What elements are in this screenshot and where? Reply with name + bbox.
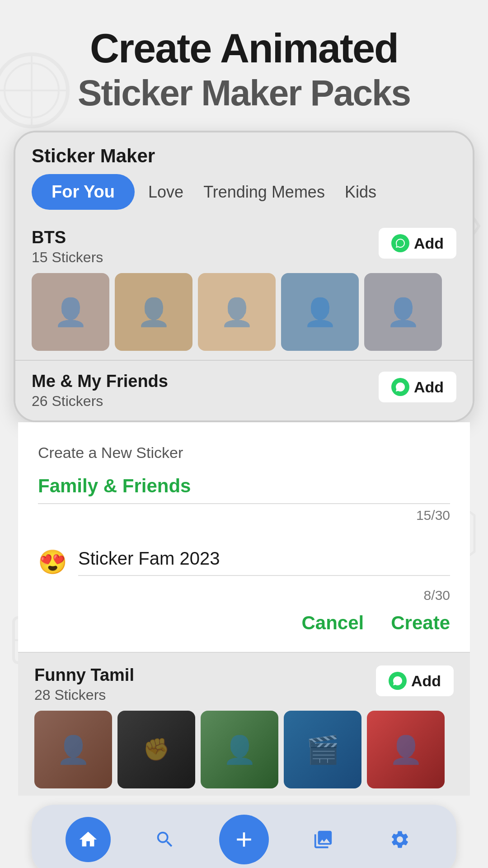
page-title: Create Animated Sticker Maker Packs	[18, 27, 470, 113]
sticker-fam-emoji: 😍	[38, 548, 67, 576]
whatsapp-icon-friends	[391, 378, 409, 396]
pack-count-bts: 15 Stickers	[32, 249, 103, 266]
tamil-thumb-4[interactable]: 🎬	[284, 711, 361, 788]
bts-previews: 👤 👤 👤 👤 👤	[32, 273, 456, 351]
nav-add[interactable]	[219, 815, 269, 864]
pack-name-input[interactable]: Family & Friends	[38, 475, 450, 504]
create-sticker-dialog: Create a New Sticker Family & Friends 15…	[18, 422, 470, 652]
bts-thumb-4[interactable]: 👤	[281, 273, 359, 351]
sticker-fam-name[interactable]: Sticker Fam 2023	[78, 548, 450, 576]
header-subtitle: Sticker Maker Packs	[78, 73, 410, 113]
tamil-thumb-3[interactable]: 👤	[201, 711, 278, 788]
bts-thumb-1[interactable]: 👤	[32, 273, 109, 351]
tamil-thumb-5[interactable]: 👤	[367, 711, 445, 788]
whatsapp-icon-tamil	[389, 672, 407, 690]
pack-name-tamil: Funny Tamil	[34, 665, 134, 685]
sticker-pack-tamil: Funny Tamil 28 Stickers Add 👤 ✊ 👤	[18, 652, 470, 796]
tab-for-you[interactable]: For You	[32, 174, 135, 210]
add-tamil-button[interactable]: Add	[376, 665, 454, 696]
phone-mockup: Sticker Maker For You Love Trending Meme…	[14, 131, 474, 422]
dialog-hint: Create a New Sticker	[38, 444, 450, 462]
nav-search[interactable]	[142, 817, 188, 862]
tamil-thumb-1[interactable]: 👤	[34, 711, 112, 788]
tamil-thumb-2[interactable]: ✊	[117, 711, 195, 788]
sticker-fam-counter: 8/30	[38, 588, 450, 603]
sticker-card-header: BTS 15 Stickers Add	[32, 228, 456, 266]
bts-thumb-2[interactable]: 👤	[115, 273, 192, 351]
app-title: Sticker Maker	[32, 145, 456, 167]
pack-name-bts: BTS	[32, 228, 103, 247]
pack-name-input-group: Family & Friends 15/30	[38, 475, 450, 523]
add-friends-button[interactable]: Add	[379, 372, 456, 402]
sticker-fam-item: 😍 Sticker Fam 2023	[38, 539, 450, 585]
bts-thumb-5[interactable]: 👤	[364, 273, 442, 351]
whatsapp-icon-bts	[391, 234, 409, 252]
sticker-pack-friends-header: Me & My Friends 26 Stickers Add	[15, 360, 473, 420]
add-bts-button[interactable]: Add	[379, 228, 456, 259]
pack-name-counter: 15/30	[38, 508, 450, 523]
bottom-navigation	[32, 805, 456, 868]
dialog-actions: Cancel Create	[38, 612, 450, 634]
home-icon	[78, 829, 99, 850]
pack-count-friends: 26 Stickers	[32, 393, 168, 410]
app-bar: Sticker Maker	[15, 132, 473, 174]
tab-kids[interactable]: Kids	[345, 183, 376, 202]
tab-love[interactable]: Love	[148, 183, 183, 202]
bts-thumb-3[interactable]: 👤	[198, 273, 276, 351]
header: Create Animated Sticker Maker Packs	[18, 27, 470, 113]
sticker-pack-bts: BTS 15 Stickers Add 👤 👤	[15, 219, 473, 360]
nav-collections[interactable]	[300, 817, 346, 862]
collections-icon	[313, 829, 333, 850]
nav-home[interactable]	[66, 817, 111, 862]
add-icon	[232, 827, 256, 852]
cancel-button[interactable]: Cancel	[302, 612, 364, 634]
tamil-previews: 👤 ✊ 👤 🎬 👤	[34, 711, 454, 788]
category-tabs: For You Love Trending Memes Kids	[15, 174, 473, 219]
search-icon	[155, 829, 175, 850]
pack-name-friends: Me & My Friends	[32, 372, 168, 391]
create-button[interactable]: Create	[391, 612, 450, 634]
nav-settings[interactable]	[377, 817, 422, 862]
settings-icon	[389, 829, 410, 850]
tab-trending[interactable]: Trending Memes	[203, 183, 325, 202]
pack-count-tamil: 28 Stickers	[34, 687, 134, 703]
